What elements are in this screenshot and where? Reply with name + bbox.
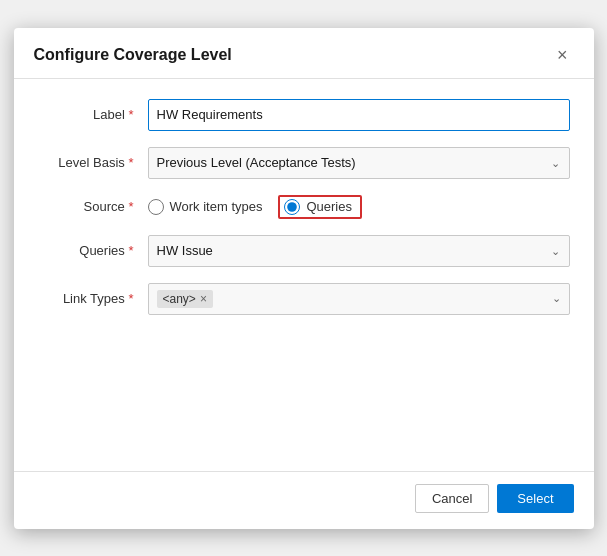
link-types-chevron-icon: ⌄	[552, 292, 561, 305]
work-item-types-option[interactable]: Work item types	[148, 199, 263, 215]
cancel-button[interactable]: Cancel	[415, 484, 489, 513]
source-label: Source *	[38, 199, 148, 214]
label-required-star: *	[128, 107, 133, 122]
source-required-star: *	[128, 199, 133, 214]
level-basis-select[interactable]: Previous Level (Acceptance Tests)	[148, 147, 570, 179]
dialog-body: Label * Level Basis * Previous Level (Ac…	[14, 79, 594, 471]
queries-required-star: *	[128, 243, 133, 258]
link-types-required-star: *	[128, 291, 133, 306]
level-basis-required-star: *	[128, 155, 133, 170]
queries-select-wrapper: HW Issue ⌄	[148, 235, 570, 267]
link-types-row: Link Types * <any> × ⌄	[38, 283, 570, 315]
label-input[interactable]	[148, 99, 570, 131]
select-button[interactable]: Select	[497, 484, 573, 513]
label-row: Label *	[38, 99, 570, 131]
source-radio-group: Work item types Queries	[148, 195, 570, 219]
configure-coverage-dialog: Configure Coverage Level × Label * Level…	[14, 28, 594, 529]
label-field-label: Label *	[38, 107, 148, 122]
queries-option[interactable]: Queries	[278, 195, 362, 219]
any-tag-remove-icon[interactable]: ×	[200, 293, 207, 305]
work-item-types-radio[interactable]	[148, 199, 164, 215]
queries-select[interactable]: HW Issue	[148, 235, 570, 267]
queries-label: Queries	[306, 199, 352, 214]
any-tag-value: <any>	[163, 292, 196, 306]
queries-row: Queries * HW Issue ⌄	[38, 235, 570, 267]
dialog-overlay: Configure Coverage Level × Label * Level…	[0, 0, 607, 556]
dialog-spacer	[38, 331, 570, 451]
source-row: Source * Work item types Queries	[38, 195, 570, 219]
dialog-title: Configure Coverage Level	[34, 46, 232, 64]
any-tag: <any> ×	[157, 290, 213, 308]
level-basis-row: Level Basis * Previous Level (Acceptance…	[38, 147, 570, 179]
link-types-label: Link Types *	[38, 291, 148, 306]
queries-radio[interactable]	[284, 199, 300, 215]
close-button[interactable]: ×	[551, 44, 574, 66]
work-item-types-label: Work item types	[170, 199, 263, 214]
level-basis-label: Level Basis *	[38, 155, 148, 170]
level-basis-select-wrapper: Previous Level (Acceptance Tests) ⌄	[148, 147, 570, 179]
dialog-header: Configure Coverage Level ×	[14, 28, 594, 79]
dialog-footer: Cancel Select	[14, 471, 594, 529]
queries-field-label: Queries *	[38, 243, 148, 258]
link-types-tag-container[interactable]: <any> × ⌄	[148, 283, 570, 315]
